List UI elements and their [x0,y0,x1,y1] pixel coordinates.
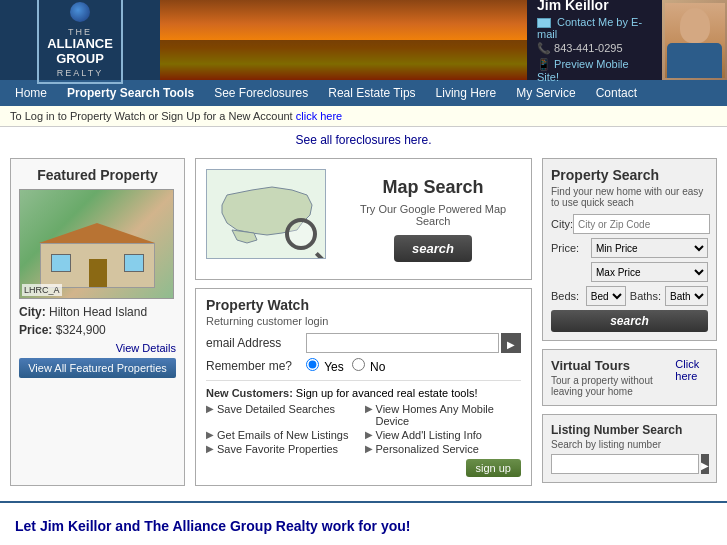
city-label: City: [551,218,573,230]
max-price-select[interactable]: Max Price $200,000 $400,000 $600,000 $1,… [591,262,708,282]
nc-feature-5: ▶ Save Favorite Properties [206,443,363,455]
logo-group: GROUP [47,52,113,66]
baths-label: Baths: [630,290,661,302]
new-customers-title: New Customers: [206,387,293,399]
listing-search-title: Listing Number Search [551,423,708,437]
remember-no-radio[interactable] [352,358,365,371]
bullet-icon-5: ▶ [206,443,214,454]
login-bar: To Log in to Property Watch or Sign Up f… [0,106,727,127]
house-window-right [124,254,144,272]
beds-select[interactable]: Bed 12345+ [586,286,626,306]
nav-living-here[interactable]: Living Here [426,80,507,106]
city-search-row: City: [551,214,708,234]
magnifier-handle [315,252,326,259]
logo-realty: REALTY [47,68,113,78]
nc-feature-1: ▶ Save Detailed Searches [206,403,363,427]
view-details-link[interactable]: View Details [19,342,176,354]
property-search-title: Property Search [551,167,708,183]
bullet-icon-4: ▶ [365,429,373,440]
house-body [40,243,155,288]
virtual-tours-text: Virtual Tours Tour a property without le… [551,358,675,397]
arrow-right-icon: ▶ [701,460,709,471]
remember-me-options: Yes No [306,358,385,374]
signup-button[interactable]: sign up [466,459,521,477]
map-text: Map Search Try Our Google Powered Map Se… [345,177,521,262]
beds-label: Beds: [551,290,582,302]
remember-me-label: Remember me? [206,359,306,373]
virtual-tours-title: Virtual Tours [551,358,675,373]
remember-no-label[interactable]: No [352,358,386,374]
baths-select[interactable]: Bath 1234+ [665,286,708,306]
remember-yes-label[interactable]: Yes [306,358,344,374]
logo-globe [70,2,90,22]
remember-me-row: Remember me? Yes No [206,358,521,374]
logo-alliance: ALLIANCE [47,37,113,51]
logo-area[interactable]: THE ALLIANCE GROUP REALTY [0,0,160,80]
property-city-row: City: Hilton Head Island [19,303,176,321]
nav-contact[interactable]: Contact [586,80,647,106]
middle-column: Map Search Try Our Google Powered Map Se… [195,158,532,486]
login-link[interactable]: click here [296,110,342,122]
mobile-icon: 📱 [537,58,554,70]
property-search-box: Property Search Find your new home with … [542,158,717,341]
city-input[interactable] [573,214,710,234]
house-roof [39,223,155,243]
virtual-tours-link[interactable]: Click here [675,358,708,382]
view-all-featured-button[interactable]: View All Featured Properties [19,358,176,378]
magnifier-icon [285,218,326,259]
nc-feature-6: ▶ Personalized Service [365,443,522,455]
nav-property-search-tools[interactable]: Property Search Tools [57,80,204,106]
email-input[interactable] [306,333,499,353]
header-banner [160,0,527,80]
featured-property-panel: Featured Property LHRC_A City: Hilton He… [10,158,185,486]
photo-body [667,43,722,78]
bullet-icon-6: ▶ [365,443,373,454]
nc-feature-2: ▶ View Homes Any Mobile Device [365,403,522,427]
property-search-button[interactable]: search [551,310,708,332]
nav-my-service[interactable]: My Service [506,80,585,106]
map-search-button[interactable]: search [394,235,472,262]
footer-heading: Let Jim Keillor and The Alliance Group R… [15,518,712,534]
map-search-panel: Map Search Try Our Google Powered Map Se… [195,158,532,280]
magnifier-circle [285,218,317,250]
nav-see-foreclosures[interactable]: See Foreclosures [204,80,318,106]
beds-baths-row: Beds: Bed 12345+ Baths: Bath 1234+ [551,286,708,306]
property-image-label: LHRC_A [22,284,62,296]
nav-real-estate-tips[interactable]: Real Estate Tips [318,80,425,106]
footer-content: Let Jim Keillor and The Alliance Group R… [0,501,727,545]
bullet-icon-3: ▶ [206,429,214,440]
property-watch-subtitle: Returning customer login [206,315,521,327]
listing-search-panel: Listing Number Search Search by listing … [542,414,717,483]
agent-photo [662,0,727,80]
header-contact: Jim Keillor Contact Me by E-mail 📞 843-4… [527,0,727,80]
listing-input-row: ▶ [551,454,708,474]
mobile-preview-link[interactable]: 📱 Preview Mobile Site! [537,58,652,83]
nav-home[interactable]: Home [5,80,57,106]
min-price-select[interactable]: Min Price $50,000 $100,000 $200,000 $300… [591,238,708,258]
listing-search-button[interactable]: ▶ [701,454,709,474]
property-price-row: Price: $324,900 [19,321,176,339]
property-image: LHRC_A [19,189,174,299]
bullet-icon-2: ▶ [365,403,373,414]
main-content: Featured Property LHRC_A City: Hilton He… [0,153,727,491]
remember-yes-radio[interactable] [306,358,319,371]
agent-name: Jim Keillor [537,0,652,13]
email-submit-button[interactable]: ▶ [501,333,521,353]
listing-number-input[interactable] [551,454,699,474]
map-image [206,169,330,269]
arrow-right-icon: ▶ [507,339,515,350]
site-header: THE ALLIANCE GROUP REALTY Jim Keillor Co… [0,0,727,80]
foreclosures-section: See all foreclosures here. [0,127,727,153]
photo-placeholder [665,3,725,78]
contact-email-link[interactable]: Contact Me by E-mail [537,16,652,40]
contact-info: Jim Keillor Contact Me by E-mail 📞 843-4… [527,0,662,80]
map-search-description: Try Our Google Powered Map Search [345,203,521,227]
foreclosures-link[interactable]: See all foreclosures here. [295,133,431,147]
map-search-title: Map Search [345,177,521,198]
virtual-tours-panel: Virtual Tours Tour a property without le… [542,349,717,406]
new-customers-section: New Customers: Sign up for avanced real … [206,380,521,477]
featured-property-title: Featured Property [19,167,176,183]
property-search-subtitle: Find your new home with our easy to use … [551,186,708,208]
new-customers-features: ▶ Save Detailed Searches ▶ View Homes An… [206,403,521,455]
max-price-row: Max Price $200,000 $400,000 $600,000 $1,… [551,262,708,282]
